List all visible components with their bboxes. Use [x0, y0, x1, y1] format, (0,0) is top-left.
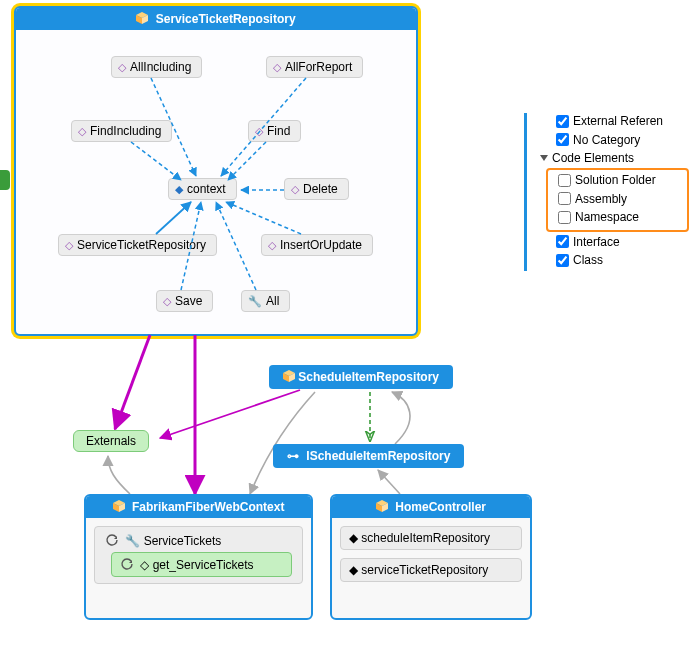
method-insertorupdate[interactable]: ◇InsertOrUpdate: [261, 234, 373, 256]
filter-interface[interactable]: Interface: [534, 234, 689, 253]
class-icon: [113, 500, 128, 514]
legend-heading-code-elements[interactable]: Code Elements: [534, 150, 689, 166]
class-icon: [136, 12, 151, 26]
checkbox[interactable]: [556, 254, 569, 267]
checkbox[interactable]: [558, 211, 571, 224]
method-delete[interactable]: ◇Delete: [284, 178, 349, 200]
filter-solution-folder[interactable]: Solution Folder: [552, 172, 683, 191]
checkbox[interactable]: [556, 235, 569, 248]
method-find[interactable]: ◇Find: [248, 120, 301, 142]
method-save[interactable]: ◇Save: [156, 290, 213, 312]
wrench-icon: 🔧: [248, 295, 262, 307]
wrench-icon: 🔧: [125, 534, 140, 548]
interface-ischeduleitemrepository[interactable]: ⊶ IScheduleItemRepository: [273, 444, 464, 468]
method-icon: ◇: [255, 125, 263, 137]
method-icon: ◇: [65, 239, 73, 251]
caret-down-icon: [540, 155, 548, 161]
method-icon: ◇: [140, 558, 149, 572]
class-fabrikamfiberwebcontext[interactable]: FabrikamFiberWebContext 🔧 ServiceTickets…: [84, 494, 313, 620]
method-icon: ◇: [291, 183, 299, 195]
method-allincluding[interactable]: ◇AllIncluding: [111, 56, 202, 78]
class-header[interactable]: HomeController: [332, 496, 530, 518]
method-icon: ◇: [78, 125, 86, 137]
filter-assembly[interactable]: Assembly: [552, 191, 683, 210]
property-servicetickets[interactable]: 🔧 ServiceTickets ◇ get_ServiceTickets: [94, 526, 303, 584]
class-serviceticketrepository[interactable]: ServiceTicketRepository ◇AllIncluding ◇A…: [14, 6, 418, 336]
method-icon: ◇: [273, 61, 281, 73]
class-scheduleitemrepository[interactable]: ScheduleItemRepository: [269, 365, 453, 389]
refresh-icon: [120, 557, 134, 571]
refresh-icon: [105, 533, 119, 547]
class-header[interactable]: ServiceTicketRepository: [16, 8, 416, 30]
class-icon: [376, 500, 391, 514]
interface-icon: ⊶: [287, 449, 299, 463]
highlighted-filter-group: Solution Folder Assembly Namespace: [546, 168, 689, 232]
method-icon: ◇: [163, 295, 171, 307]
field-icon: ◆: [349, 563, 358, 577]
class-icon: [283, 370, 298, 384]
checkbox[interactable]: [556, 115, 569, 128]
legend-bracket: [524, 113, 527, 271]
method-getservicetickets[interactable]: ◇ get_ServiceTickets: [111, 552, 292, 577]
filter-no-category[interactable]: No Category: [534, 132, 689, 151]
field-context[interactable]: ◆context: [168, 178, 237, 200]
field-icon: ◆: [349, 531, 358, 545]
checkbox[interactable]: [558, 174, 571, 187]
method-ctor[interactable]: ◇ServiceTicketRepository: [58, 234, 217, 256]
method-icon: ◇: [268, 239, 276, 251]
filter-namespace[interactable]: Namespace: [552, 209, 683, 228]
checkbox[interactable]: [558, 192, 571, 205]
field-scheduleitemrepository[interactable]: ◆ scheduleItemRepository: [340, 526, 522, 550]
expand-handle[interactable]: [0, 170, 10, 190]
legend-panel: External Referen No Category Code Elemen…: [534, 113, 689, 271]
filter-class[interactable]: Class: [534, 252, 689, 271]
field-serviceticketrepository[interactable]: ◆ serviceTicketRepository: [340, 558, 522, 582]
method-icon: ◇: [118, 61, 126, 73]
filter-external-references[interactable]: External Referen: [534, 113, 689, 132]
checkbox[interactable]: [556, 133, 569, 146]
method-findincluding[interactable]: ◇FindIncluding: [71, 120, 172, 142]
group-externals[interactable]: Externals: [73, 430, 149, 452]
class-homecontroller[interactable]: HomeController ◆ scheduleItemRepository …: [330, 494, 532, 620]
class-header[interactable]: FabrikamFiberWebContext: [86, 496, 311, 518]
property-all[interactable]: 🔧All: [241, 290, 290, 312]
field-icon: ◆: [175, 183, 183, 195]
class-title: ServiceTicketRepository: [156, 12, 296, 26]
method-allforreport[interactable]: ◇AllForReport: [266, 56, 363, 78]
